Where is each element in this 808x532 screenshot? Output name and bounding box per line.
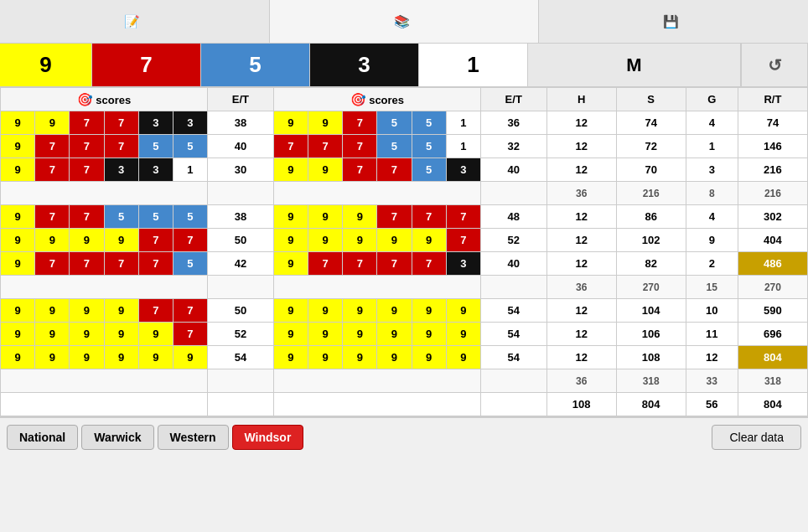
s-val: 86 — [616, 205, 686, 229]
s-header: S — [616, 88, 686, 111]
rt-val: 590 — [738, 299, 807, 323]
top-navigation: 📝 📚 💾 — [0, 0, 808, 44]
score-cell: 5 — [138, 135, 173, 158]
score-cell: 9 — [104, 229, 138, 252]
right-scores-header: 🎯 scores — [273, 88, 480, 111]
score-cell: 7 — [70, 135, 104, 158]
tab-history[interactable]: 📚 — [270, 0, 540, 43]
score-cell: 5 — [377, 135, 412, 158]
score-cell: 7 — [35, 252, 70, 276]
subtotal-rt: 318 — [738, 369, 807, 393]
score-cell: 7 — [343, 135, 377, 158]
h-val: 12 — [546, 346, 616, 369]
table-row: 977555389997774812864302 — [1, 205, 808, 229]
subtotal-h: 36 — [546, 182, 616, 205]
table-row: 99997750999999541210410590 — [1, 299, 808, 323]
score-cell: 9 — [446, 299, 480, 323]
score-cell: 1 — [446, 111, 480, 135]
et-left: 38 — [208, 205, 274, 229]
table-row: 36 270 15 270 — [1, 276, 808, 299]
subtotal-s: 270 — [616, 276, 686, 299]
rt-val: 804 — [738, 346, 807, 369]
score-3-cell: 3 — [310, 44, 419, 86]
tab-scoring[interactable]: 📝 — [0, 0, 270, 43]
et-right: 54 — [480, 346, 546, 369]
s-val: 70 — [616, 158, 686, 182]
score-cell: 9 — [1, 346, 35, 369]
score-cell: 9 — [1, 111, 35, 135]
score-cell: 9 — [446, 323, 480, 346]
score-5-cell: 5 — [201, 44, 310, 86]
score-cell: 9 — [343, 346, 377, 369]
tab-windsor[interactable]: Windsor — [232, 425, 304, 450]
table-row: 36 318 33 318 — [1, 369, 808, 393]
score-cell: 7 — [173, 229, 207, 252]
score-cell: 9 — [273, 323, 308, 346]
left-scores-header: 🎯 scores — [1, 88, 208, 111]
left-target-icon: 🎯 — [77, 92, 93, 106]
subtotal-g: 8 — [686, 182, 738, 205]
s-val: 108 — [616, 346, 686, 369]
score-cell: 7 — [138, 252, 173, 276]
score-cell: 5 — [173, 252, 207, 276]
tab-western[interactable]: Western — [158, 425, 229, 450]
total-h: 108 — [546, 393, 616, 416]
score-cell: 7 — [173, 299, 207, 323]
main-score-table: 🎯 scores E/T 🎯 scores E/T H S G R/T 9977… — [0, 87, 808, 416]
tab-data-management[interactable]: 💾 — [539, 0, 808, 43]
g-header: G — [686, 88, 738, 111]
subtotal-rt: 216 — [738, 182, 807, 205]
refresh-icon[interactable]: ↺ — [741, 44, 808, 86]
h-val: 12 — [546, 252, 616, 276]
score-cell: 7 — [70, 158, 104, 182]
score-cell: 9 — [35, 323, 70, 346]
score-cell: 7 — [138, 299, 173, 323]
subtotal-g: 15 — [686, 276, 738, 299]
s-val: 82 — [616, 252, 686, 276]
score-cell: 9 — [35, 111, 70, 135]
score-cell: 5 — [412, 158, 446, 182]
score-cell: 9 — [35, 346, 70, 369]
score-cell: 9 — [343, 229, 377, 252]
score-cell: 7 — [138, 229, 173, 252]
score-7-cell: 7 — [92, 44, 201, 86]
et-left: 54 — [208, 346, 274, 369]
table-row: 977775429777734012822486 — [1, 252, 808, 276]
score-cell: 3 — [104, 158, 138, 182]
score-cell: 3 — [138, 111, 173, 135]
total-g: 56 — [686, 393, 738, 416]
score-cell: 9 — [273, 229, 308, 252]
h-val: 12 — [546, 229, 616, 252]
g-val: 9 — [686, 229, 738, 252]
table-row: 977331309977534012703216 — [1, 158, 808, 182]
subtotal-g: 33 — [686, 369, 738, 393]
bottom-bar: National Warwick Western Windsor Clear d… — [0, 416, 808, 457]
et-left: 50 — [208, 229, 274, 252]
s-val: 72 — [616, 135, 686, 158]
score-cell: 9 — [173, 346, 207, 369]
scoring-icon: 📝 — [124, 14, 140, 29]
rt-val: 216 — [738, 158, 807, 182]
score-cell: 9 — [412, 323, 446, 346]
g-val: 4 — [686, 111, 738, 135]
score-cell: 9 — [138, 323, 173, 346]
tab-national[interactable]: National — [7, 425, 78, 450]
right-target-icon: 🎯 — [350, 92, 366, 106]
score-cell: 7 — [173, 323, 207, 346]
et-left: 30 — [208, 158, 274, 182]
score-cell: 7 — [70, 205, 104, 229]
table-row: 36 216 8 216 — [1, 182, 808, 205]
score-m-cell: M — [528, 44, 741, 86]
score-cell: 3 — [446, 158, 480, 182]
score-cell: 7 — [104, 111, 138, 135]
tab-warwick[interactable]: Warwick — [81, 425, 153, 450]
rt-val: 696 — [738, 323, 807, 346]
score-cell: 7 — [70, 111, 104, 135]
et-right: 40 — [480, 158, 546, 182]
subtotal-rt: 270 — [738, 276, 807, 299]
score-cell: 9 — [308, 205, 342, 229]
clear-data-button[interactable]: Clear data — [712, 425, 801, 450]
score-cell: 9 — [1, 205, 35, 229]
et-left: 38 — [208, 111, 274, 135]
rt-val: 146 — [738, 135, 807, 158]
